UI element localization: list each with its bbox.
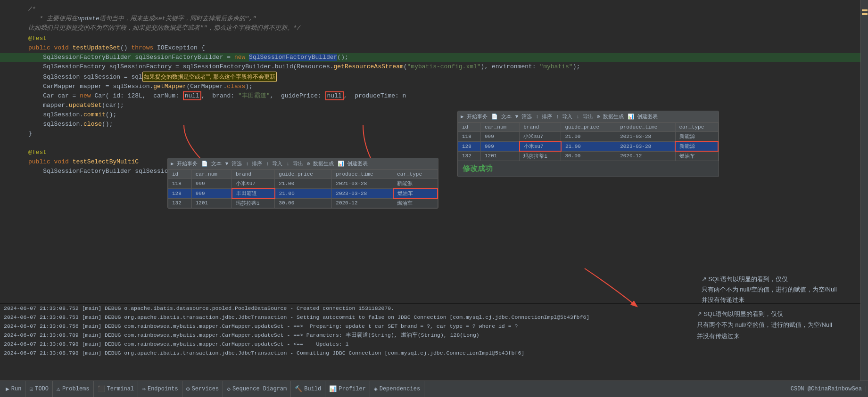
- status-profiler[interactable]: 📊 Profiler: [325, 381, 370, 397]
- status-todo[interactable]: ☑ TODO: [25, 381, 53, 397]
- status-endpoints[interactable]: ⇒ Endpoints: [138, 381, 182, 397]
- tb-datagen[interactable]: ⚙ 数据生成: [307, 160, 334, 167]
- status-right-area: CSDN @ChinaRainbowSea: [787, 386, 866, 392]
- sequence-diagram-icon: ◇: [227, 385, 231, 393]
- status-build[interactable]: 🔨 Build: [291, 381, 325, 397]
- annotation-sql-note: ↗ SQL语句以明显的看到，仅仅 只有两个不为 null/空的值，进行的赋值，为…: [702, 274, 837, 305]
- services-icon: ⚙: [186, 385, 190, 393]
- dependencies-icon: ◈: [374, 385, 378, 393]
- db-toolbar-left: ▶ 开始事务 📄 文本 ▼ 筛选 ↕ 排序 ↑ 导入 ↓ 导出 ⚙ 数据生成 📊…: [168, 158, 438, 170]
- table-row[interactable]: 118 999 小米su7 21.00 2021-03-28 新能源: [168, 179, 438, 189]
- todo-icon: ☑: [29, 385, 33, 393]
- tb-export[interactable]: ↓ 导出: [286, 160, 303, 167]
- status-terminal[interactable]: ⬛ Terminal: [94, 381, 139, 397]
- status-run[interactable]: ▶ Run: [2, 381, 25, 397]
- tb-start[interactable]: ▶ 开始事务: [171, 160, 198, 167]
- db-panel-right[interactable]: ▶ 开始事务 📄 文本 ▼ 筛选 ↕ 排序 ↑ 导入 ↓ 导出 ⚙ 数据生成 📊…: [457, 111, 719, 177]
- code-line: Car car = new Car( id: 128L, carNum: nul…: [0, 91, 860, 101]
- code-line: * 主要使用在update语句当中，用来生成set关键字，同时去掉最后多余的",…: [0, 14, 860, 24]
- code-line: mapper.updateSet(car);: [0, 101, 860, 110]
- code-line: [0, 138, 860, 148]
- build-icon: 🔨: [295, 385, 302, 393]
- code-line: }: [0, 129, 860, 138]
- tb-import[interactable]: ↑ 导入: [266, 160, 282, 167]
- tb-r-datagen[interactable]: ⚙ 数据生成: [597, 113, 624, 120]
- code-line: SqlSession sqlSession = sql如果提交的数据是空或者""…: [0, 72, 860, 82]
- table-row-selected[interactable]: 128 999 丰田霸道 21.00 2023-03-28 燃油车: [168, 188, 438, 198]
- problems-icon: ⚠: [57, 385, 60, 393]
- tb-r-text[interactable]: 📄 文本: [491, 113, 512, 120]
- scroll-marker: [862, 9, 868, 11]
- table-row-selected[interactable]: 128 999 小米su7 21.00 2023-03-28 新能源: [458, 141, 719, 151]
- col-producetime: produce_time: [332, 170, 393, 179]
- status-bar: ▶ Run ☑ TODO ⚠ Problems ⬛ Terminal ⇒ End…: [0, 381, 868, 397]
- tb-r-start[interactable]: ▶ 开始事务: [461, 113, 488, 120]
- col-id: id: [168, 170, 192, 179]
- status-csdn-label: CSDN @ChinaRainbowSea: [787, 386, 866, 392]
- console-line-6: 2024-06-07 21:33:08.798 [main] DEBUG org…: [0, 348, 860, 357]
- db-table-left: id car_num brand guide_price produce_tim…: [168, 170, 438, 208]
- status-sequence-diagram[interactable]: ◇ Sequence Diagram: [223, 381, 291, 397]
- db-toolbar-right: ▶ 开始事务 📄 文本 ▼ 筛选 ↕ 排序 ↑ 导入 ↓ 导出 ⚙ 数据生成 📊…: [458, 111, 719, 122]
- code-line: CarMapper mapper = sqlSession.getMapper(…: [0, 82, 860, 91]
- terminal-icon: ⬛: [98, 385, 105, 393]
- success-label: 修改成功: [458, 161, 719, 177]
- console-area: 2024-06-07 21:33:08.752 [main] DEBUG o.a…: [0, 303, 860, 381]
- tb-chart[interactable]: 📊 创建图表: [338, 160, 368, 167]
- tb-r-sort[interactable]: ↕ 排序: [536, 113, 552, 120]
- tb-filter[interactable]: ▼ 筛选: [225, 160, 242, 167]
- code-line-annotation2: @Test: [0, 148, 860, 157]
- col-carnum: car_num: [191, 170, 231, 179]
- profiler-icon: 📊: [329, 385, 337, 393]
- table-row[interactable]: 132 1201 玛莎拉蒂1 30.00 2020-12 燃油车: [458, 151, 719, 161]
- editor-area: /* * 主要使用在update语句当中，用来生成set关键字，同时去掉最后多余…: [0, 0, 860, 319]
- code-line: sqlSession.commit();: [0, 110, 860, 120]
- code-line: 比如我们只更新提交的不为空的字段，如果提交的数据是空或者""，那么这个字段我们将…: [0, 24, 860, 33]
- col-guideprice: guide_price: [275, 170, 332, 179]
- tb-r-import[interactable]: ↑ 导入: [556, 113, 572, 120]
- code-line: public void testUpdateSet() throws IOExc…: [0, 43, 860, 53]
- tb-sort[interactable]: ↕ 排序: [246, 160, 262, 167]
- tb-r-chart[interactable]: 📊 创建图表: [628, 113, 658, 120]
- table-row[interactable]: 118 999 小米su7 21.00 2021-03-28 新能源: [458, 132, 719, 142]
- db-panel-left[interactable]: ▶ 开始事务 📄 文本 ▼ 筛选 ↕ 排序 ↑ 导入 ↓ 导出 ⚙ 数据生成 📊…: [167, 158, 438, 209]
- status-problems[interactable]: ⚠ Problems: [53, 381, 93, 397]
- run-icon: ▶: [6, 385, 9, 393]
- tb-text[interactable]: 📄 文本: [201, 160, 222, 167]
- tb-r-export[interactable]: ↓ 导出: [576, 113, 593, 120]
- db-table-right: id car_num brand guide_price produce_tim…: [458, 122, 719, 161]
- col-cartype: car_type: [393, 170, 438, 179]
- tb-r-filter[interactable]: ▼ 筛选: [515, 113, 532, 120]
- table-row[interactable]: 132 1201 玛莎拉蒂1 30.00 2020-12 燃油车: [168, 198, 438, 208]
- code-line-annotation: @Test: [0, 34, 860, 43]
- status-services[interactable]: ⚙ Services: [182, 381, 223, 397]
- code-line: sqlSession.close();: [0, 120, 860, 129]
- code-line: SqlSessionFactory sqlSessionFactory = sq…: [0, 62, 860, 72]
- right-scrollbar-strip: [860, 0, 868, 381]
- status-dependencies[interactable]: ◈ Dependencies: [370, 381, 424, 397]
- code-line-highlighted: SqlSessionFactoryBuilder sqlSessionFacto…: [0, 53, 860, 62]
- col-brand: brand: [232, 170, 275, 179]
- endpoints-icon: ⇒: [142, 385, 146, 393]
- code-line: /*: [0, 5, 860, 14]
- console-annotation: ↗ SQL语句以明显的看到，仅仅 只有两个不为 null/空的值，进行的赋值，为…: [697, 308, 832, 341]
- scroll-marker: [862, 13, 868, 15]
